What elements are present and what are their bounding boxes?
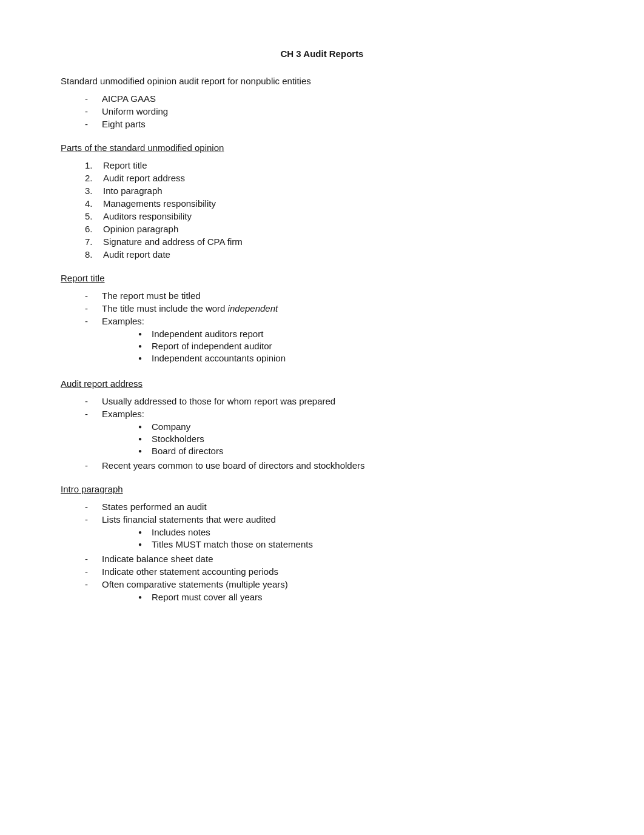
report-title-bullet-list: - The report must be titled - The title … bbox=[61, 290, 583, 365]
dash-icon: - bbox=[85, 290, 97, 301]
intro-paragraph-section: Intro paragraph - States performed an au… bbox=[61, 484, 583, 604]
list-item: - The title must include the word indepe… bbox=[61, 303, 583, 314]
dash-icon: - bbox=[85, 501, 97, 512]
list-item: ● Includes notes bbox=[102, 527, 313, 537]
intro-para-sub-list-1: ● Includes notes ● Titles MUST match tho… bbox=[102, 527, 313, 549]
bullet-dot: ● bbox=[138, 435, 148, 442]
dash-icon: - bbox=[85, 106, 97, 116]
list-item: ● Company bbox=[102, 421, 223, 432]
report-title-heading: Report title bbox=[61, 273, 583, 283]
list-item: - Examples: ● Company ● Stockholders ● B… bbox=[61, 409, 583, 458]
list-item: ● Report of independent auditor bbox=[102, 341, 286, 351]
num-label: 3. bbox=[85, 186, 99, 196]
intro-section: Standard unmodified opinion audit report… bbox=[61, 76, 583, 129]
bullet-dot: ● bbox=[138, 355, 148, 361]
list-item: - Indicate balance sheet date bbox=[61, 554, 583, 564]
num-label: 4. bbox=[85, 198, 99, 209]
intro-para-sub-list-2: ● Report must cover all years bbox=[102, 592, 288, 602]
audit-report-address-section: Audit report address - Usually addressed… bbox=[61, 378, 583, 471]
list-item: 5. Auditors responsibility bbox=[61, 211, 583, 221]
list-item: 2. Audit report address bbox=[61, 173, 583, 183]
list-item: - Often comparative statements (multiple… bbox=[61, 579, 583, 604]
bullet-dot: ● bbox=[138, 343, 148, 349]
report-title-section: Report title - The report must be titled… bbox=[61, 273, 583, 365]
list-item: - States performed an audit bbox=[61, 501, 583, 512]
parts-section: Parts of the standard unmodified opinion… bbox=[61, 143, 583, 260]
italic-word: independent bbox=[228, 303, 278, 314]
dash-icon: - bbox=[85, 554, 97, 564]
num-label: 2. bbox=[85, 173, 99, 183]
list-item: ● Independent auditors report bbox=[102, 329, 286, 339]
bullet-dot: ● bbox=[138, 594, 148, 600]
parts-ordered-list: 1. Report title 2. Audit report address … bbox=[61, 160, 583, 260]
intro-paragraph-heading: Intro paragraph bbox=[61, 484, 583, 494]
list-item: - Recent years common to use board of di… bbox=[61, 460, 583, 471]
intro-section-heading: Standard unmodified opinion audit report… bbox=[61, 76, 583, 86]
dash-icon: - bbox=[85, 93, 97, 104]
list-item: - Usually addressed to those for whom re… bbox=[61, 396, 583, 406]
list-item: 6. Opinion paragraph bbox=[61, 224, 583, 234]
dash-icon: - bbox=[85, 579, 97, 589]
num-label: 6. bbox=[85, 224, 99, 234]
list-item: ● Board of directors bbox=[102, 446, 223, 456]
list-item: - The report must be titled bbox=[61, 290, 583, 301]
list-item: ● Titles MUST match those on statements bbox=[102, 539, 313, 549]
list-item: 3. Into paragraph bbox=[61, 186, 583, 196]
list-item: - Uniform wording bbox=[61, 106, 583, 116]
dash-icon: - bbox=[85, 409, 97, 419]
audit-report-address-heading: Audit report address bbox=[61, 378, 583, 389]
list-item: - Indicate other statement accounting pe… bbox=[61, 566, 583, 577]
list-item: - Eight parts bbox=[61, 119, 583, 129]
dash-icon: - bbox=[85, 396, 97, 406]
audit-address-sub-list: ● Company ● Stockholders ● Board of dire… bbox=[102, 421, 223, 456]
dash-icon: - bbox=[85, 119, 97, 129]
dash-icon: - bbox=[85, 514, 97, 525]
dash-icon: - bbox=[85, 460, 97, 471]
list-item: - Lists financial statements that were a… bbox=[61, 514, 583, 551]
list-item: 1. Report title bbox=[61, 160, 583, 170]
report-title-sub-list: ● Independent auditors report ● Report o… bbox=[102, 329, 286, 363]
bullet-dot: ● bbox=[138, 529, 148, 535]
bullet-dot: ● bbox=[138, 448, 148, 454]
num-label: 5. bbox=[85, 211, 99, 221]
list-item: 8. Audit report date bbox=[61, 249, 583, 260]
num-label: 1. bbox=[85, 160, 99, 170]
parts-section-heading: Parts of the standard unmodified opinion bbox=[61, 143, 583, 153]
audit-address-bullet-list: - Usually addressed to those for whom re… bbox=[61, 396, 583, 471]
list-item: 7. Signature and address of CPA firm bbox=[61, 236, 583, 247]
num-label: 8. bbox=[85, 249, 99, 260]
list-item: ● Stockholders bbox=[102, 434, 223, 444]
bullet-dot: ● bbox=[138, 330, 148, 337]
dash-icon: - bbox=[85, 316, 97, 326]
intro-bullet-list: - AICPA GAAS - Uniform wording - Eight p… bbox=[61, 93, 583, 129]
dash-icon: - bbox=[85, 303, 97, 314]
list-item: - AICPA GAAS bbox=[61, 93, 583, 104]
list-item: 4. Managements responsibility bbox=[61, 198, 583, 209]
bullet-dot: ● bbox=[138, 541, 148, 548]
intro-paragraph-bullet-list: - States performed an audit - Lists fina… bbox=[61, 501, 583, 604]
list-item: ● Independent accountants opinion bbox=[102, 353, 286, 363]
list-item: ● Report must cover all years bbox=[102, 592, 288, 602]
page-title: CH 3 Audit Reports bbox=[61, 49, 583, 59]
dash-icon: - bbox=[85, 566, 97, 577]
bullet-dot: ● bbox=[138, 423, 148, 430]
list-item: - Examples: ● Independent auditors repor… bbox=[61, 316, 583, 365]
num-label: 7. bbox=[85, 236, 99, 247]
